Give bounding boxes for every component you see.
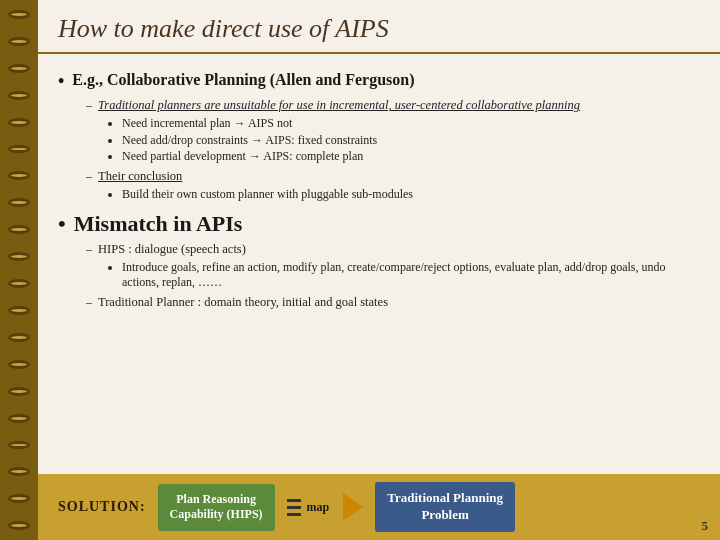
arrow-right-icon (343, 493, 363, 521)
spiral-loop (8, 64, 30, 73)
spiral-loop (8, 225, 30, 234)
spiral-loop (8, 441, 30, 450)
spiral-loop (8, 91, 30, 100)
dash-label-2: Their conclusion (98, 168, 182, 185)
page-number: 5 (702, 518, 709, 534)
dash-mark-4: – (86, 294, 92, 310)
spiral-binding (0, 0, 38, 540)
dot-item-3-1: Introduce goals, refine an action, modif… (122, 260, 700, 291)
spiral-loop (8, 198, 30, 207)
bullet-2: • Mismatch in APIs (58, 211, 700, 237)
dash-item-2: – Their conclusion (86, 168, 700, 185)
spiral-loop (8, 387, 30, 396)
dash-mark-2: – (86, 168, 92, 184)
bullet-2-text: Mismatch in APIs (74, 211, 243, 237)
spiral-loop (8, 279, 30, 288)
spiral-loop (8, 145, 30, 154)
dot-item-1-1: Need incremental plan → AIPS not (122, 116, 700, 132)
dash-label-3: HIPS : dialogue (speech acts) (98, 241, 246, 258)
spiral-loop (8, 360, 30, 369)
dash-label-1: Traditional planners are unsuitable for … (98, 97, 580, 114)
spiral-loop (8, 333, 30, 342)
solution-label: SOLUTION: (58, 499, 146, 515)
map-section: map (287, 499, 330, 516)
spiral-loop (8, 414, 30, 423)
spiral-loop (8, 521, 30, 530)
solution-box-hips: Plan ReasoningCapability (HIPS) (158, 484, 275, 531)
map-label: map (307, 500, 330, 515)
spiral-loop (8, 171, 30, 180)
dash-label-4: Traditional Planner : domain theory, ini… (98, 294, 388, 311)
dot-items-2: Build their own custom planner with plug… (106, 187, 700, 203)
dot-item-1-3: Need partial development → AIPS: complet… (122, 149, 700, 165)
map-line-3 (287, 513, 301, 516)
dot-item-1-2: Need add/drop constraints → AIPS: fixed … (122, 133, 700, 149)
map-line-2 (287, 506, 301, 509)
sub-bullets-2: – HIPS : dialogue (speech acts) Introduc… (78, 241, 700, 311)
spiral-loop (8, 37, 30, 46)
slide-body: • E.g., Collaborative Planning (Allen an… (38, 54, 720, 474)
slide-header: How to make direct use of AIPS (38, 0, 720, 54)
solution-bar: SOLUTION: Plan ReasoningCapability (HIPS… (38, 474, 720, 540)
dash-mark-1: – (86, 97, 92, 113)
solution-box-traditional: Traditional PlanningProblem (375, 482, 515, 532)
slide-wrapper: How to make direct use of AIPS • E.g., C… (38, 0, 720, 540)
dash-item-1: – Traditional planners are unsuitable fo… (86, 97, 700, 114)
bullet-1: • E.g., Collaborative Planning (Allen an… (58, 70, 700, 93)
spiral-loop (8, 252, 30, 261)
spiral-loop (8, 494, 30, 503)
bullet-dot-2: • (58, 211, 66, 237)
slide-content: How to make direct use of AIPS • E.g., C… (38, 0, 720, 540)
dot-items-3: Introduce goals, refine an action, modif… (106, 260, 700, 291)
map-line-1 (287, 499, 301, 502)
bullet-dot-1: • (58, 70, 64, 93)
map-lines (287, 499, 301, 516)
dash-item-4: – Traditional Planner : domain theory, i… (86, 294, 700, 311)
slide-title: How to make direct use of AIPS (58, 14, 700, 44)
dash-mark-3: – (86, 241, 92, 257)
spiral-loop (8, 118, 30, 127)
spiral-loop (8, 467, 30, 476)
sub-bullets-1: – Traditional planners are unsuitable fo… (78, 97, 700, 202)
dot-items-1: Need incremental plan → AIPS not Need ad… (106, 116, 700, 165)
spiral-loop (8, 306, 30, 315)
bullet-1-text: E.g., Collaborative Planning (Allen and … (72, 70, 414, 91)
spiral-loop (8, 10, 30, 19)
dot-item-2-1: Build their own custom planner with plug… (122, 187, 700, 203)
dash-item-3: – HIPS : dialogue (speech acts) (86, 241, 700, 258)
